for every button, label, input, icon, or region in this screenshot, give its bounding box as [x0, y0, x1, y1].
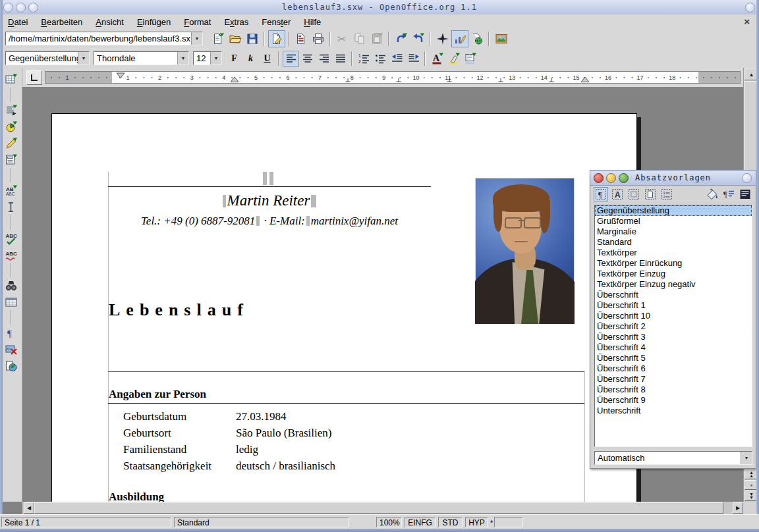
- status-hyperlink-mode[interactable]: HYP: [465, 517, 488, 527]
- paragraph-background-button[interactable]: [462, 51, 478, 66]
- underline-button[interactable]: U: [259, 51, 275, 66]
- hyperlink-button[interactable]: [468, 30, 486, 47]
- highlighting-button[interactable]: [445, 51, 462, 66]
- spellcheck-button[interactable]: ABC: [3, 230, 20, 246]
- new-document-button[interactable]: [210, 30, 227, 47]
- style-filter-combobox[interactable]: Automatisch ▼: [594, 451, 752, 465]
- style-item--berschrift-3[interactable]: Überschrift 3: [595, 332, 752, 342]
- page-styles-button[interactable]: [643, 187, 658, 201]
- undo-button[interactable]: [393, 30, 410, 47]
- draw-functions-button[interactable]: [3, 135, 20, 151]
- find-replace-button[interactable]: [3, 277, 20, 294]
- new-style-from-selection-button[interactable]: ¶: [721, 187, 736, 201]
- style-item-textk-rper-einzug[interactable]: Textkörper Einzug: [595, 269, 752, 279]
- style-item-standard[interactable]: Standard: [595, 237, 752, 248]
- paragraph-styles-button[interactable]: ¶: [594, 187, 608, 201]
- edit-file-button[interactable]: [268, 30, 285, 47]
- document-page[interactable]: Martin Reiter Tel.: +49 (0) 6887-92081 ·…: [51, 113, 637, 502]
- menu-ansicht[interactable]: Ansicht: [96, 17, 124, 27]
- menu-format[interactable]: Format: [184, 17, 211, 27]
- status-zoom[interactable]: 100%: [376, 517, 402, 527]
- dropdown-arrow-icon[interactable]: ▼: [741, 452, 752, 464]
- update-style-button[interactable]: [738, 187, 752, 201]
- scroll-right-button[interactable]: ▶: [733, 502, 743, 514]
- stylist-window[interactable]: Absatzvorlagen ¶A12¶ GegenüberstellungGr…: [590, 170, 756, 469]
- tab-selector-button[interactable]: [26, 70, 42, 85]
- redo-button[interactable]: [410, 30, 427, 47]
- gallery-button[interactable]: [493, 30, 510, 47]
- horizontal-scrollbar[interactable]: ◀ ▶: [22, 502, 743, 514]
- insert-button[interactable]: [3, 102, 20, 119]
- style-item--berschrift-2[interactable]: Überschrift 2: [595, 321, 752, 332]
- menu-fenster[interactable]: Fenster: [262, 17, 291, 27]
- navigator-button[interactable]: [434, 30, 451, 47]
- align-left-button[interactable]: [283, 51, 299, 66]
- doc-section-person[interactable]: Angaben zur Person: [109, 388, 206, 401]
- graphics-onoff-button[interactable]: [3, 341, 20, 358]
- insert-object-button[interactable]: [3, 119, 20, 135]
- style-item--berschrift-4[interactable]: Überschrift 4: [595, 342, 752, 353]
- style-item--berschrift-9[interactable]: Überschrift 9: [595, 395, 752, 406]
- dropdown-arrow-icon[interactable]: ▼: [191, 32, 202, 45]
- italic-button[interactable]: k: [242, 51, 259, 66]
- autotext-button[interactable]: ABABC: [3, 182, 20, 199]
- font-color-button[interactable]: A: [429, 51, 445, 66]
- paragraph-style-combobox[interactable]: Gegenüberstellung ▼: [5, 51, 90, 65]
- doc-heading[interactable]: Lebenslauf: [109, 300, 249, 320]
- align-right-button[interactable]: [316, 51, 332, 66]
- stylist-titlebar[interactable]: Absatzvorlagen: [590, 171, 756, 186]
- character-styles-button[interactable]: A: [610, 187, 625, 201]
- url-combobox[interactable]: /home/martinix/daten/bewerbung/lebenslau…: [5, 32, 203, 45]
- cut-button[interactable]: ✂: [334, 30, 351, 47]
- numbering-styles-button[interactable]: 12: [660, 187, 674, 201]
- style-list[interactable]: GegenüberstellungGrußformelMarginalieSta…: [594, 205, 752, 447]
- nonprinting-characters-button[interactable]: ¶: [3, 325, 20, 341]
- style-item--berschrift-7[interactable]: Überschrift 7: [595, 374, 752, 385]
- indent-decrease-button[interactable]: [389, 51, 405, 66]
- style-item--berschrift-1[interactable]: Überschrift 1: [595, 300, 752, 311]
- export-pdf-button[interactable]: [293, 30, 310, 47]
- menu-datei[interactable]: Datei: [8, 17, 28, 27]
- status-selection-mode[interactable]: STD: [438, 517, 463, 527]
- doc-name-line[interactable]: Martin Reiter: [108, 192, 431, 209]
- insert-table-button[interactable]: [3, 71, 20, 88]
- style-item-gegen-berstellung[interactable]: Gegenüberstellung: [595, 205, 752, 216]
- menu-einfgen[interactable]: Einfügen: [137, 17, 171, 27]
- style-item-marginalie[interactable]: Marginalie: [595, 226, 752, 237]
- bullet-list-button[interactable]: [372, 51, 389, 66]
- numbered-list-button[interactable]: 12: [356, 51, 372, 66]
- auto-spellcheck-button[interactable]: ABC: [3, 246, 20, 263]
- doc-section-education[interactable]: Ausbildung: [109, 491, 164, 502]
- save-button[interactable]: [244, 30, 261, 47]
- style-item-textk-rper-einr-ckung[interactable]: Textkörper Einrückung: [595, 258, 752, 269]
- close-document-button[interactable]: ×: [744, 17, 750, 26]
- frame-styles-button[interactable]: [627, 187, 641, 201]
- copy-button[interactable]: [351, 30, 368, 47]
- doc-contact-line[interactable]: Tel.: +49 (0) 6887-92081 · E-Mail:martin…: [108, 215, 431, 228]
- dropdown-arrow-icon[interactable]: ▼: [210, 52, 221, 65]
- scroll-left-button[interactable]: ◀: [24, 502, 34, 514]
- dropdown-arrow-icon[interactable]: ▼: [177, 52, 188, 65]
- horizontal-scroll-thumb[interactable]: [34, 502, 723, 514]
- menu-hilfe[interactable]: Hilfe: [304, 17, 321, 27]
- portrait-photo[interactable]: [475, 178, 575, 324]
- print-button[interactable]: [310, 30, 327, 47]
- dropdown-arrow-icon[interactable]: ▼: [78, 52, 89, 65]
- data-sources-button[interactable]: [3, 294, 20, 310]
- menu-bearbeiten[interactable]: Bearbeiten: [41, 17, 82, 27]
- paste-button[interactable]: [368, 30, 385, 47]
- style-item-textk-rper[interactable]: Textkörper: [595, 248, 752, 258]
- align-center-button[interactable]: [299, 51, 316, 66]
- style-item-textk-rper-einzug-negativ[interactable]: Textkörper Einzug negativ: [595, 279, 752, 290]
- justify-button[interactable]: [332, 51, 349, 66]
- menu-extras[interactable]: Extras: [224, 17, 248, 27]
- indent-increase-button[interactable]: [405, 51, 422, 66]
- style-item--berschrift-5[interactable]: Überschrift 5: [595, 353, 752, 363]
- status-insert-mode[interactable]: EINFG: [405, 517, 436, 527]
- fill-format-mode-button[interactable]: [705, 187, 719, 201]
- open-button[interactable]: [227, 30, 244, 47]
- direct-cursor-button[interactable]: [3, 199, 20, 215]
- style-item--berschrift-6[interactable]: Überschrift 6: [595, 363, 752, 374]
- style-item--berschrift-10[interactable]: Überschrift 10: [595, 311, 752, 321]
- font-name-combobox[interactable]: Thorndale ▼: [94, 51, 189, 65]
